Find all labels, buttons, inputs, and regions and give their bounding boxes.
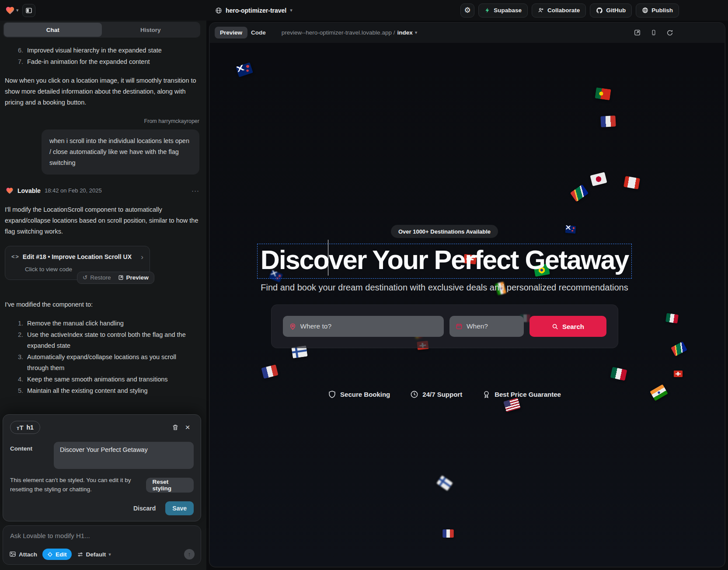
attach-button[interactable]: Attach	[9, 551, 37, 558]
preview-toolbar: Preview Code preview--hero-optimizer-tra…	[209, 23, 725, 42]
assistant-paragraph: I've modified the component to:	[5, 299, 199, 310]
flag-finland-icon	[436, 476, 453, 491]
assistant-paragraph: Now when you click on a location image, …	[5, 75, 199, 108]
restore-button[interactable]: ↺ Restore	[83, 273, 111, 283]
tab-code[interactable]: Code	[250, 27, 267, 38]
settings-button[interactable]: ⚙	[460, 3, 474, 17]
users-icon	[538, 7, 544, 14]
reset-styling-button[interactable]: Reset styling	[146, 478, 194, 493]
image-attach-icon	[9, 551, 16, 558]
typography-icon: тT	[17, 424, 24, 431]
sidebar-tabs: Chat History	[3, 22, 200, 38]
delete-element-button[interactable]	[169, 421, 181, 434]
where-input[interactable]	[300, 322, 438, 330]
sidebar-toggle-button[interactable]	[22, 4, 35, 17]
preview-button[interactable]: Preview	[118, 273, 149, 283]
award-icon	[482, 390, 491, 399]
save-button[interactable]: Save	[165, 501, 194, 515]
chevron-down-icon: ▾	[16, 7, 19, 13]
publish-button[interactable]: Publish	[636, 3, 679, 17]
search-panel: Search	[271, 304, 618, 348]
refresh-button[interactable]	[666, 29, 673, 36]
code-icon: < >	[11, 252, 18, 262]
top-bar: ▾ hero-optimizer-travel ▾ ⚙ Supabase	[0, 0, 728, 21]
discard-button[interactable]: Discard	[133, 505, 156, 512]
lovable-heart-icon	[5, 6, 15, 15]
feature-best-price: Best Price Guarantee	[482, 390, 561, 399]
list-item: 1.Remove the manual click handling	[5, 318, 199, 329]
page-selector[interactable]: index	[397, 29, 412, 36]
user-message-bubble: when i scroll into the individual locati…	[42, 129, 199, 175]
chevron-down-icon: ▾	[415, 30, 418, 35]
preview-url[interactable]: preview--hero-optimizer-travel.lovable.a…	[282, 29, 417, 36]
assistant-name: Lovable	[17, 185, 41, 196]
when-field[interactable]	[449, 316, 524, 337]
mode-selector[interactable]: Default ▾	[77, 551, 111, 558]
chat-composer: Attach Edit Default ▾ ↑	[3, 525, 201, 565]
shield-icon	[328, 390, 336, 399]
send-button[interactable]: ↑	[184, 549, 195, 560]
destinations-badge: Over 1000+ Destinations Available	[391, 225, 498, 238]
lovable-logo-menu[interactable]: ▾	[5, 6, 19, 15]
tab-chat[interactable]: Chat	[4, 23, 102, 37]
supabase-icon	[484, 7, 491, 14]
list-item: 7.Fade-in animation for the expanded con…	[5, 56, 199, 67]
github-button[interactable]: GitHub	[590, 3, 632, 17]
supabase-button[interactable]: Supabase	[478, 3, 528, 17]
arrow-up-icon: ↑	[188, 551, 191, 558]
open-external-button[interactable]	[634, 29, 641, 36]
panel-icon	[25, 7, 32, 14]
selected-heading-wrap[interactable]: Discover Your Perfect Getaway	[257, 244, 632, 279]
list-item: 2.Use the activeIndex state to control b…	[5, 329, 199, 351]
lovable-heart-icon	[6, 187, 14, 195]
edit-version-card[interactable]: < > Edit #18 • Improve Location Scroll U…	[5, 246, 150, 280]
list-item: 6.Improved visual hierarchy in the expan…	[5, 45, 199, 56]
chat-scroll-area[interactable]: 6.Improved visual hierarchy in the expan…	[0, 40, 206, 434]
chevron-right-icon: ›	[141, 251, 143, 263]
hero-heading[interactable]: Discover Your Perfect Getaway	[261, 245, 629, 275]
external-link-icon	[118, 275, 124, 280]
search-icon	[552, 323, 558, 330]
clock-icon	[410, 390, 418, 399]
close-icon: ×	[185, 423, 190, 432]
site-viewport: Over 1000+ Destinations Available Discov…	[210, 43, 725, 567]
message-author-label: From harrymckayroper	[5, 117, 199, 126]
message-timestamp: 18:42 on Feb 20, 2025	[45, 186, 102, 196]
search-button[interactable]: Search	[529, 316, 606, 337]
composer-input[interactable]	[10, 532, 194, 539]
trash-icon	[172, 424, 179, 431]
mobile-view-button[interactable]	[651, 29, 657, 36]
flag-france-icon	[442, 529, 454, 538]
assistant-paragraph: I'll modify the LocationScroll component…	[5, 204, 199, 237]
collaborate-button[interactable]: Collaborate	[532, 3, 586, 17]
crosshair-icon	[47, 552, 53, 557]
feature-list-partial: 6.Improved visual hierarchy in the expan…	[5, 45, 199, 67]
preview-panel: Preview Code preview--hero-optimizer-tra…	[209, 22, 725, 567]
chat-sidebar: Chat History 6.Improved visual hierarchy…	[0, 21, 206, 570]
publish-globe-icon	[642, 7, 648, 14]
flag-usa-icon	[503, 398, 521, 412]
element-editor-panel: тT h1 × Content Discover Your Perfect Ge…	[3, 414, 201, 521]
tab-history[interactable]: History	[102, 23, 200, 37]
globe-icon	[215, 7, 222, 14]
list-item: 5.Maintain all the existing content and …	[5, 385, 199, 396]
content-label: Content	[10, 442, 44, 469]
when-input[interactable]	[467, 322, 518, 330]
gear-icon: ⚙	[464, 6, 471, 15]
tab-preview[interactable]: Preview	[215, 27, 247, 38]
feature-secure-booking: Secure Booking	[328, 390, 390, 399]
edit-mode-pill[interactable]: Edit	[42, 549, 72, 560]
location-pin-icon	[289, 323, 296, 330]
element-tag-pill[interactable]: тT h1	[10, 421, 40, 434]
content-textarea[interactable]: Discover Your Perfect Getaway	[54, 442, 194, 469]
close-editor-button[interactable]: ×	[181, 421, 194, 434]
edit-card-title: Edit #18 • Improve Location Scroll UX	[23, 252, 137, 262]
restore-icon: ↺	[83, 273, 87, 283]
hero-subtitle: Find and book your dream destination wit…	[261, 283, 628, 293]
more-options-icon[interactable]: ···	[192, 185, 199, 196]
list-item: 4.Keep the same smooth animations and tr…	[5, 374, 199, 385]
where-field[interactable]	[283, 316, 444, 337]
project-switcher[interactable]: hero-optimizer-travel ▾	[215, 0, 293, 21]
styling-note: This element can't be styled. You can ed…	[10, 476, 140, 494]
list-item: 3.Automatically expand/collapse location…	[5, 352, 199, 374]
